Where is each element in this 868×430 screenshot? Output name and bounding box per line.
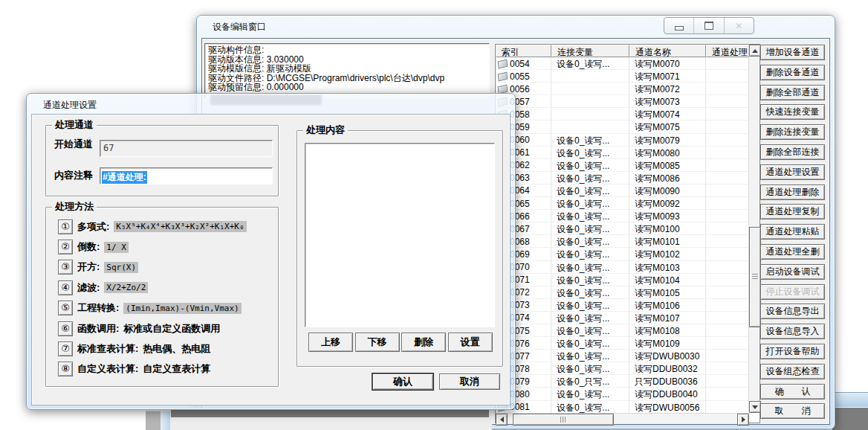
cell-variable [551, 83, 629, 95]
sidebar-button[interactable]: 删除设备通道 [760, 65, 825, 80]
vertical-scrollbar-thumb[interactable] [749, 227, 761, 327]
close-button[interactable]: ✕ [725, 18, 754, 33]
scroll-right-button[interactable] [737, 414, 749, 426]
cell-variable: 设备0_读写... [551, 248, 629, 260]
table-row[interactable]: 0077设备0_读写...读写DWUB0030 [496, 350, 749, 362]
table-row[interactable]: 0064设备0_读写...读写M0090 [496, 184, 749, 197]
sidebar-button[interactable]: 通道处理设置 [760, 164, 825, 180]
sidebar-button[interactable]: 设备信息导出 [760, 304, 825, 319]
table-row[interactable]: 0058读写M0074 [496, 108, 749, 121]
table-row[interactable]: 0054设备0_读写...读写M0070 [496, 57, 749, 70]
method-formula: 自定义查表计算 [143, 362, 210, 376]
table-row[interactable]: 0080设备0_读写...读写DDUB0040 [496, 388, 749, 400]
table-row[interactable]: 0063设备0_读写...读写M0086 [496, 172, 749, 184]
method-number-button[interactable]: ③ [58, 260, 73, 275]
table-row[interactable]: 0067设备0_读写...读写M0100 [496, 222, 749, 235]
channel-table-header: 索引连接变量通道名称通道处理 [496, 45, 749, 57]
channel-table: 索引连接变量通道名称通道处理 0054设备0_读写...读写M00700055读… [495, 44, 760, 423]
table-row[interactable]: 0056读写M0072 [496, 83, 749, 95]
sidebar-button[interactable]: 删除连接变量 [760, 124, 825, 140]
process-content-listbox[interactable] [305, 143, 495, 327]
sidebar-button[interactable]: 通道处理删除 [760, 184, 825, 200]
column-header-1[interactable]: 连接变量 [551, 45, 629, 57]
table-row[interactable]: 0066设备0_读写...读写M0093 [496, 210, 749, 222]
vertical-scrollbar[interactable] [748, 45, 760, 413]
maximize-button[interactable] [694, 18, 724, 33]
table-row[interactable]: 0070设备0_读写...读写M0103 [496, 261, 749, 274]
sidebar-button[interactable]: 确 认 [760, 384, 825, 399]
method-number-button[interactable]: ① [58, 219, 73, 234]
table-row[interactable]: 0074设备0_读写...读写M0107 [496, 312, 749, 324]
table-row[interactable]: 0073设备0_读写...读写M0106 [496, 299, 749, 312]
process-channel-group: 处理通道 [45, 125, 279, 196]
sidebar-button[interactable]: 通道处理全删 [760, 244, 825, 260]
cell-processing [706, 375, 749, 388]
table-row[interactable]: 0055读写M0071 [496, 70, 749, 83]
table-row[interactable]: 0078设备0_读写...读写DDUB0032 [496, 362, 749, 375]
maximize-icon [705, 22, 713, 30]
desktop-canvas: 设备编辑窗口 ✕ 驱动构件信息:驱动版本信息: 3.030000驱动模版信息: … [0, 0, 868, 430]
sidebar-button[interactable]: 删除全部连接 [760, 144, 825, 160]
table-row[interactable]: 0065设备0_读写...读写M0092 [496, 197, 749, 210]
table-row[interactable]: 0061设备0_读写...读写M0080 [496, 147, 749, 159]
minimize-button[interactable] [664, 18, 694, 33]
cell-channel-name: 读写M0090 [629, 184, 706, 197]
sidebar-button[interactable]: 启动设备调试 [760, 264, 825, 280]
sidebar-button[interactable]: 通道处理复制 [760, 204, 825, 219]
content-button[interactable]: 下移 [355, 333, 400, 352]
device-window-titlebar[interactable]: 设备编辑窗口 ✕ [197, 16, 835, 36]
scroll-up-button[interactable] [749, 45, 761, 57]
cancel-button[interactable]: 取消 [439, 373, 500, 390]
table-row[interactable]: 0069设备0_读写...读写M0102 [496, 248, 749, 260]
cell-variable: 设备0_读写... [551, 401, 629, 413]
scroll-down-button[interactable] [749, 401, 761, 413]
table-row[interactable]: 0076设备0_读写...读写M0109 [496, 337, 749, 350]
table-row[interactable]: 0075设备0_读写...读写M0108 [496, 324, 749, 337]
method-formula: 1/ X [104, 242, 129, 253]
cell-processing [706, 210, 749, 222]
table-row[interactable]: 0079设备0_只写...只写DDUB0036 [496, 375, 749, 388]
table-row[interactable]: 0060设备0_读写...读写M0079 [496, 134, 749, 147]
table-row[interactable]: 0071设备0_读写...读写M0104 [496, 274, 749, 286]
sidebar-button[interactable]: 设备组态检查 [760, 364, 825, 379]
column-header-0[interactable]: 索引 [496, 45, 551, 57]
scroll-left-button[interactable] [496, 414, 508, 426]
table-row[interactable]: 0062设备0_读写...读写M0085 [496, 159, 749, 172]
column-header-2[interactable]: 通道名称 [629, 45, 706, 57]
content-button[interactable]: 设置 [448, 333, 493, 352]
table-row[interactable]: 0068设备0_读写...读写M0101 [496, 235, 749, 248]
method-number-button[interactable]: ⑤ [58, 301, 73, 315]
methods-list: ①多项式:K₅X⁵+K₄X⁴+K₃X³+K₂X²+K₁X+K₀②倒数:1/ X③… [58, 216, 272, 379]
cell-variable: 设备0_读写... [551, 57, 629, 70]
comment-input[interactable]: #通道处理: [100, 167, 273, 184]
sidebar-button[interactable]: 通道处理粘贴 [760, 224, 825, 240]
dialog-titlebar[interactable]: 通道处理设置 [27, 94, 515, 114]
sidebar-button[interactable]: 删除全部通道 [760, 85, 825, 100]
content-button[interactable]: 上移 [308, 333, 353, 352]
cell-channel-name: 读写M0070 [629, 57, 706, 70]
method-number-button[interactable]: ⑧ [58, 362, 73, 376]
sidebar-button[interactable]: 快速连接变量 [760, 104, 825, 120]
table-row[interactable]: 0057读写M0073 [496, 95, 749, 108]
method-number-button[interactable]: ② [58, 240, 73, 254]
table-row[interactable]: 0072设备0_读写...读写M0105 [496, 286, 749, 299]
sidebar-button[interactable]: 增加设备通道 [760, 45, 825, 60]
horizontal-scrollbar[interactable] [496, 413, 749, 424]
content-button[interactable]: 删除 [401, 333, 446, 352]
table-row[interactable]: 0059读写M0075 [496, 121, 749, 133]
table-row[interactable]: 0081设备0_读写...读写DWUB0056 [496, 401, 749, 413]
column-header-3[interactable]: 通道处理 [706, 45, 749, 57]
sidebar-button[interactable]: 打开设备帮助 [760, 344, 825, 359]
method-formula: K₅X⁵+K₄X⁴+K₃X³+K₂X²+K₁X+K₀ [114, 221, 246, 232]
method-number-button[interactable]: ⑥ [58, 321, 73, 336]
cell-channel-name: 读写M0101 [629, 235, 706, 248]
method-row: ④滤波:X/2+Zo/2 [58, 277, 272, 298]
sidebar-button[interactable]: 取 消 [760, 403, 825, 419]
sidebar-button[interactable]: 设备信息导入 [760, 324, 825, 339]
horizontal-scrollbar-thumb[interactable] [513, 414, 614, 426]
cell-channel-name: 只写DDUB0036 [629, 375, 706, 388]
method-number-button[interactable]: ⑦ [58, 341, 73, 356]
method-number-button[interactable]: ④ [58, 280, 73, 295]
confirm-button[interactable]: 确认 [372, 373, 433, 390]
cell-channel-name: 读写M0072 [629, 83, 706, 95]
